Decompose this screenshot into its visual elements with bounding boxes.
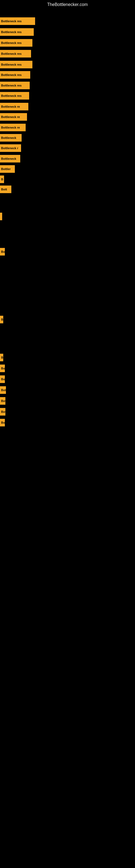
bar-label: Bott bbox=[1, 188, 7, 191]
bar-item: Bottleneck res bbox=[0, 71, 30, 79]
bar-label: Bottleneck re bbox=[1, 115, 20, 119]
list-item: Bo bbox=[0, 375, 5, 383]
list-item: B bbox=[0, 354, 3, 361]
list-item: Bot bbox=[0, 397, 5, 405]
list-item: Bot bbox=[0, 386, 6, 394]
list-item: Bottleneck re bbox=[0, 113, 27, 121]
list-item: B bbox=[0, 176, 4, 183]
list-item: Bottleneck bbox=[0, 134, 21, 142]
bar-label: Bottleneck r bbox=[1, 147, 18, 150]
list-item: Bottleneck re bbox=[0, 103, 28, 111]
list-item: Bottleneck res bbox=[0, 92, 29, 99]
list-item bbox=[0, 213, 2, 220]
bar-label: Bottleneck re bbox=[1, 105, 20, 108]
bar-label: Bottleneck res bbox=[1, 84, 21, 87]
bar-label: Bottleneck res bbox=[1, 20, 21, 23]
bar-item: Bot bbox=[0, 386, 6, 394]
bar-label: Bottleneck res bbox=[1, 73, 21, 76]
list-item: Bottleneck res bbox=[0, 50, 31, 58]
bar-item: Bottleneck bbox=[0, 134, 21, 142]
list-item: Bo bbox=[0, 248, 5, 255]
bar-label: Bo bbox=[1, 367, 5, 370]
list-item: Bottleneck res bbox=[0, 71, 30, 79]
bar-item: Bottleneck res bbox=[0, 50, 31, 58]
list-item: Bottleneck res bbox=[0, 39, 32, 46]
bar-label: Bot bbox=[1, 410, 5, 413]
bar-item: Bottleneck r bbox=[0, 144, 21, 152]
bar-item: Bottleneck res bbox=[0, 92, 29, 99]
list-item: B bbox=[0, 316, 3, 323]
list-item: Bo bbox=[0, 419, 5, 426]
bar-label: Bot bbox=[1, 389, 6, 392]
bar-item: Bo bbox=[0, 365, 5, 372]
list-item: Bottleneck res bbox=[0, 18, 35, 25]
bar-item: Bottleneck bbox=[0, 155, 20, 162]
bar-item: Bottleneck res bbox=[0, 82, 30, 89]
bar-item: Bot bbox=[0, 397, 5, 405]
bar-item: Bottleneck res bbox=[0, 18, 35, 25]
list-item: Bottleneck res bbox=[0, 61, 32, 68]
bar-label: Bo bbox=[1, 421, 5, 424]
bar-label: Bottleneck res bbox=[1, 63, 21, 66]
bar-item: Bottleneck re bbox=[0, 124, 26, 131]
bar-item: Bottleneck re bbox=[0, 103, 28, 111]
list-item: Bottleneck res bbox=[0, 28, 34, 36]
bar-label: B bbox=[1, 356, 3, 359]
bar-label: Bottler bbox=[1, 167, 10, 170]
bar-item: Bo bbox=[0, 419, 5, 426]
list-item: Bo bbox=[0, 365, 5, 372]
bar-item: Bott bbox=[0, 186, 11, 193]
bar-item: Bo bbox=[0, 248, 5, 255]
bar-item: Bottleneck res bbox=[0, 28, 34, 36]
bar-label: Bot bbox=[1, 399, 5, 403]
bar-label: Bottleneck res bbox=[1, 94, 21, 97]
bar-item: Bottleneck res bbox=[0, 39, 32, 46]
list-item: Bottleneck r bbox=[0, 144, 21, 152]
bar-item: B bbox=[0, 176, 4, 183]
bar-label: B bbox=[1, 178, 3, 181]
bar-label: Bottleneck bbox=[1, 157, 16, 160]
bar-label: Bottleneck res bbox=[1, 41, 21, 44]
bar-label: Bottleneck res bbox=[1, 30, 21, 34]
list-item: Bot bbox=[0, 408, 5, 415]
bar-item bbox=[0, 213, 2, 220]
bar-label: Bottleneck re bbox=[1, 126, 20, 129]
list-item: Bott bbox=[0, 186, 11, 193]
list-item: Bottleneck bbox=[0, 155, 20, 162]
bar-item: Bo bbox=[0, 375, 5, 383]
bar-label: Bo bbox=[1, 250, 5, 253]
bar-item: Bottler bbox=[0, 165, 15, 173]
page-title: TheBottlenecker.com bbox=[0, 0, 135, 9]
bar-item: B bbox=[0, 354, 3, 361]
list-item: Bottleneck re bbox=[0, 124, 26, 131]
list-item: Bottler bbox=[0, 165, 15, 173]
list-item: Bottleneck res bbox=[0, 82, 30, 89]
bar-item: Bot bbox=[0, 408, 5, 415]
bar-label: Bottleneck res bbox=[1, 52, 21, 55]
bar-item: Bottleneck res bbox=[0, 61, 32, 68]
bar-label: Bottleneck bbox=[1, 136, 16, 140]
bar-item: B bbox=[0, 316, 3, 323]
bar-item: Bottleneck re bbox=[0, 113, 27, 121]
bar-label: B bbox=[1, 318, 3, 321]
bar-label: Bo bbox=[1, 378, 5, 381]
